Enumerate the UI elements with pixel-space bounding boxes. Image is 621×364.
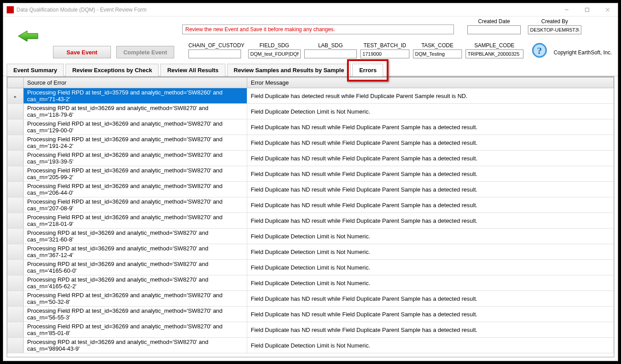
- row-selector-header[interactable]: [8, 78, 24, 88]
- table-row[interactable]: Processing Field RPD at test_id=36269 an…: [8, 151, 614, 166]
- cell-message[interactable]: Field Duplicate has ND result while Fiel…: [247, 213, 614, 229]
- table-row[interactable]: Processing Field RPD at test_id=36269 an…: [8, 197, 614, 213]
- sample-label: SAMPLE_CODE: [466, 42, 523, 49]
- lab-sdg-field[interactable]: [304, 49, 357, 58]
- window-title: Data Qualification Module (DQM) - Event …: [16, 7, 556, 13]
- lab-sdg-label: LAB_SDG: [304, 42, 357, 49]
- cell-message[interactable]: Field Duplicate has ND result while Fiel…: [247, 307, 614, 322]
- row-header[interactable]: [8, 119, 24, 135]
- row-header[interactable]: [8, 338, 24, 353]
- table-row[interactable]: Processing Field RPD at test_id=36269 an…: [8, 213, 614, 229]
- maximize-button[interactable]: [577, 3, 597, 16]
- cell-message[interactable]: Field Duplicate has ND result while Fiel…: [247, 182, 614, 197]
- row-header[interactable]: [8, 135, 24, 151]
- cell-source[interactable]: Processing Field RPD at test_id=36269 an…: [24, 135, 247, 151]
- cell-message[interactable]: Field Duplicate Detection Limit is Not N…: [247, 260, 614, 275]
- row-header[interactable]: [8, 260, 24, 275]
- tab-event-summary[interactable]: Event Summary: [7, 64, 64, 76]
- col-source[interactable]: Source of Error: [24, 78, 247, 88]
- alert-message: Review the new Event and Save it before …: [182, 25, 454, 34]
- table-row[interactable]: Processing Field RPD at test_id=36269 an…: [8, 307, 614, 322]
- cell-message[interactable]: Field Duplicate Detection Limit is Not N…: [247, 104, 614, 119]
- cell-source[interactable]: Processing RPD at test_id=36269 and anal…: [24, 104, 247, 119]
- table-row[interactable]: Processing Field RPD at test_id=36269 an…: [8, 182, 614, 197]
- cell-message[interactable]: Field Duplicate has detected result whil…: [247, 88, 614, 104]
- row-header[interactable]: [8, 322, 24, 338]
- table-row[interactable]: Processing RPD at test_id=36269 and anal…: [8, 338, 614, 353]
- row-header[interactable]: [8, 88, 24, 104]
- cell-message[interactable]: Field Duplicate has ND result while Fiel…: [247, 166, 614, 182]
- table-row[interactable]: Processing Field RPD at test_id=36269 an…: [8, 119, 614, 135]
- cell-message[interactable]: Field Duplicate has ND result while Fiel…: [247, 322, 614, 338]
- cell-message[interactable]: Field Duplicate has ND result while Fiel…: [247, 291, 614, 307]
- row-header[interactable]: [8, 213, 24, 229]
- table-row[interactable]: Processing Field RPD at test_id=36269 an…: [8, 291, 614, 307]
- table-row[interactable]: Processing Field RPD at test_id=36269 an…: [8, 322, 614, 338]
- cell-source[interactable]: Processing Field RPD at test_id=36269 an…: [24, 182, 247, 197]
- cell-message[interactable]: Field Duplicate Detection Limit is Not N…: [247, 229, 614, 244]
- table-row[interactable]: Processing RPD at test_id=36269 and anal…: [8, 229, 614, 244]
- cell-source[interactable]: Processing Field RPD at test_id=36269 an…: [24, 307, 247, 322]
- cell-source[interactable]: Processing Field RPD at test_id=36269 an…: [24, 197, 247, 213]
- cell-source[interactable]: Processing Field RPD at test_id=36269 an…: [24, 166, 247, 182]
- cell-message[interactable]: Field Duplicate Detection Limit is Not N…: [247, 244, 614, 260]
- created-by-field[interactable]: [528, 25, 581, 34]
- row-header[interactable]: [8, 275, 24, 291]
- sample-field[interactable]: [466, 49, 523, 58]
- cell-source[interactable]: Processing RPD at test_id=36269 and anal…: [24, 244, 247, 260]
- cell-source[interactable]: Processing RPD at test_id=36269 and anal…: [24, 275, 247, 291]
- cell-source[interactable]: Processing RPD at test_id=36269 and anal…: [24, 338, 247, 353]
- help-button[interactable]: ?: [531, 42, 547, 58]
- table-row[interactable]: Processing RPD at test_id=36269 and anal…: [8, 260, 614, 275]
- table-row[interactable]: Processing Field RPD at test_id=36269 an…: [8, 135, 614, 151]
- save-event-button[interactable]: Save Event: [53, 46, 111, 58]
- tab-errors[interactable]: Errors: [352, 64, 383, 76]
- batch-field[interactable]: [360, 49, 409, 58]
- row-header[interactable]: [8, 151, 24, 166]
- cell-message[interactable]: Field Duplicate has ND result while Fiel…: [247, 135, 614, 151]
- cell-source[interactable]: Processing Field RPD at test_id=36269 an…: [24, 291, 247, 307]
- row-header[interactable]: [8, 291, 24, 307]
- row-header[interactable]: [8, 166, 24, 182]
- cell-source[interactable]: Processing Field RPD at test_id=35759 an…: [24, 88, 247, 104]
- row-header[interactable]: [8, 182, 24, 197]
- row-header[interactable]: [8, 229, 24, 244]
- table-row[interactable]: Processing RPD at test_id=36269 and anal…: [8, 104, 614, 119]
- cell-source[interactable]: Processing Field RPD at test_id=36269 an…: [24, 119, 247, 135]
- row-header[interactable]: [8, 104, 24, 119]
- svg-text:?: ?: [537, 45, 542, 56]
- cell-message[interactable]: Field Duplicate Detection Limit is Not N…: [247, 338, 614, 353]
- table-row[interactable]: Processing RPD at test_id=36269 and anal…: [8, 275, 614, 291]
- batch-label: TEST_BATCH_ID: [360, 42, 409, 49]
- cell-message[interactable]: Field Duplicate has ND result while Fiel…: [247, 197, 614, 213]
- tab-review-all[interactable]: Review All Results: [160, 64, 225, 76]
- created-date-field[interactable]: [467, 25, 521, 34]
- table-row[interactable]: Processing Field RPD at test_id=36269 an…: [8, 166, 614, 182]
- row-header[interactable]: [8, 197, 24, 213]
- task-field[interactable]: [413, 49, 462, 58]
- close-button[interactable]: [597, 3, 618, 16]
- row-header[interactable]: [8, 244, 24, 260]
- cell-message[interactable]: Field Duplicate has ND result while Fiel…: [247, 119, 614, 135]
- errors-grid[interactable]: Source of Error Error Message Processing…: [7, 77, 614, 357]
- chain-field[interactable]: [188, 49, 241, 58]
- row-header[interactable]: [8, 307, 24, 322]
- tab-review-exceptions[interactable]: Review Exceptions by Check: [65, 64, 159, 76]
- titlebar: Data Qualification Module (DQM) - Event …: [3, 3, 618, 16]
- cell-source[interactable]: Processing RPD at test_id=36269 and anal…: [24, 260, 247, 275]
- cell-source[interactable]: Processing Field RPD at test_id=36269 an…: [24, 322, 247, 338]
- cell-message[interactable]: Field Duplicate has ND result while Fiel…: [247, 151, 614, 166]
- back-button[interactable]: [16, 27, 41, 45]
- created-date-label: Created Date: [478, 18, 510, 25]
- cell-source[interactable]: Processing RPD at test_id=36269 and anal…: [24, 229, 247, 244]
- cell-source[interactable]: Processing Field RPD at test_id=36269 an…: [24, 151, 247, 166]
- cell-message[interactable]: Field Duplicate Detection Limit is Not N…: [247, 275, 614, 291]
- field-sdg-field[interactable]: [248, 49, 301, 58]
- table-row[interactable]: Processing RPD at test_id=36269 and anal…: [8, 244, 614, 260]
- tab-review-samples[interactable]: Review Samples and Results by Sample: [227, 64, 351, 76]
- complete-event-button[interactable]: Complete Event: [116, 46, 174, 58]
- cell-source[interactable]: Processing Field RPD at test_id=36269 an…: [24, 213, 247, 229]
- table-row[interactable]: Processing Field RPD at test_id=35759 an…: [8, 88, 614, 104]
- col-message[interactable]: Error Message: [247, 78, 614, 88]
- minimize-button[interactable]: [556, 3, 577, 16]
